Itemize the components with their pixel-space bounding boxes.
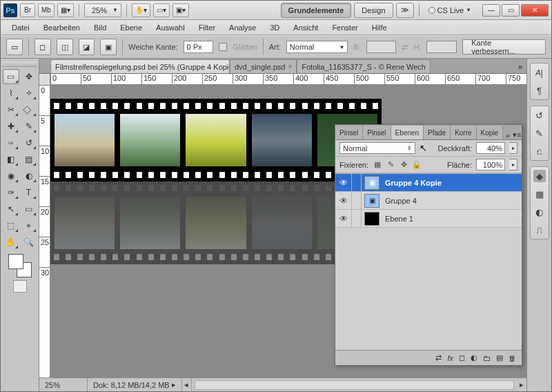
layer-row[interactable]: 👁 ▣ Gruppe 4 <box>335 192 522 210</box>
tool-magicwand[interactable]: ✧ <box>21 86 37 101</box>
ruler-horizontal[interactable]: 0501001502002503003504004505005506006507… <box>39 74 526 85</box>
tool-shape[interactable]: ▭ <box>21 202 37 217</box>
tool-dodge[interactable]: ◐ <box>21 168 37 184</box>
minibridge-button[interactable]: Mb <box>38 3 55 17</box>
minimize-button[interactable]: — <box>482 4 500 17</box>
panel-brushes-icon[interactable]: ✎ <box>533 127 546 139</box>
fill-input[interactable]: 100% <box>476 159 505 170</box>
fx-icon[interactable]: fx <box>447 354 453 362</box>
tool-stamp[interactable]: ⎃ <box>3 135 19 150</box>
menu-datei[interactable]: Datei <box>5 21 37 34</box>
panel-paragraph-icon[interactable]: ¶ <box>533 84 546 97</box>
panel-tab-ebenen[interactable]: Ebenen <box>391 126 424 139</box>
panel-history-icon[interactable]: ↺ <box>533 109 546 121</box>
panel-menu[interactable]: ▾≡ <box>513 130 522 139</box>
layer-row[interactable]: 👁 Ebene 1 <box>335 210 522 228</box>
visibility-toggle[interactable]: 👁 <box>335 174 352 191</box>
cslive-menu[interactable]: CS Live▼ <box>424 6 475 14</box>
view-extras-button[interactable]: ▦▾ <box>57 3 74 17</box>
new-layer-icon[interactable]: ▤ <box>496 353 503 362</box>
arrange-button[interactable]: ▭▾ <box>153 3 170 17</box>
fill-flyout[interactable]: ▸ <box>509 159 518 170</box>
style-select[interactable]: Normal▼ <box>286 41 348 53</box>
tool-gradient[interactable]: ▤ <box>21 152 37 167</box>
link-cell[interactable] <box>352 210 362 227</box>
doc-tab-0[interactable]: Filmstreifenspiegelung.psd bei 25% (Grup… <box>50 59 230 73</box>
sel-intersect[interactable]: ▣ <box>100 39 117 55</box>
tool-move[interactable]: ✥ <box>21 69 37 84</box>
tool-marquee[interactable]: ▭ <box>3 69 19 84</box>
menu-filter[interactable]: Filter <box>192 21 222 34</box>
zoom-select[interactable]: 25%▼ <box>84 3 121 17</box>
panel-tab-korrekturen[interactable]: Korre <box>451 126 476 139</box>
link-layers-icon[interactable]: ⇄ <box>435 353 442 362</box>
panel-tab-kopie[interactable]: Kopie <box>477 126 504 139</box>
workspace-more[interactable]: ≫ <box>396 3 414 18</box>
panel-channels-icon[interactable]: ▦ <box>533 188 546 200</box>
tool-3d[interactable]: ⬚ <box>3 218 19 233</box>
tool-preset[interactable]: ▭ <box>6 39 23 55</box>
lock-transparency-icon[interactable]: ▦ <box>373 160 382 170</box>
screenmode-button[interactable]: ▣▾ <box>172 3 189 17</box>
visibility-toggle[interactable]: 👁 <box>335 192 352 209</box>
ruler-corner[interactable] <box>39 74 50 85</box>
menu-bild[interactable]: Bild <box>87 21 113 34</box>
workspace-design[interactable]: Design <box>354 3 393 18</box>
doc-tab-1[interactable]: dvd_single.psd× <box>230 59 297 73</box>
layer-name[interactable]: Gruppe 4 <box>382 197 522 205</box>
feather-input[interactable]: 0 Px <box>184 41 214 53</box>
scroll-left-button[interactable]: ◂ <box>182 378 192 391</box>
color-swatches[interactable] <box>8 254 32 277</box>
tool-healing[interactable]: ✚ <box>3 119 19 134</box>
tool-path[interactable]: ↖ <box>3 202 19 217</box>
maximize-button[interactable]: ▭ <box>502 4 520 17</box>
lock-position-icon[interactable]: ✥ <box>399 160 408 170</box>
toolbox-grip[interactable] <box>2 61 37 67</box>
refine-edge-button[interactable]: Kante verbessern... <box>462 39 546 55</box>
tool-hand[interactable]: ✋ <box>3 235 19 250</box>
layer-thumb[interactable]: ▣ <box>364 194 379 208</box>
panel-layers-icon[interactable]: ◆ <box>533 170 546 182</box>
tool-crop[interactable]: ✂ <box>3 102 19 117</box>
panel-tab-pinsel2[interactable]: Pinsel <box>363 126 391 139</box>
menu-hilfe[interactable]: Hilfe <box>365 21 394 34</box>
menu-analyse[interactable]: Analyse <box>222 21 263 34</box>
group-icon[interactable]: 🗀 <box>483 354 491 362</box>
tool-eraser[interactable]: ◧ <box>3 152 19 167</box>
tool-lasso[interactable]: ⌇ <box>3 86 19 101</box>
tool-3dcamera[interactable]: ⌖ <box>21 218 37 233</box>
layer-thumb[interactable]: ▣ <box>364 176 379 190</box>
panel-character-icon[interactable]: A| <box>533 66 546 79</box>
status-zoom[interactable]: 25% <box>39 378 88 391</box>
blendmode-select[interactable]: Normal⇕ <box>339 142 415 154</box>
panel-tab-pfade[interactable]: Pfade <box>424 126 451 139</box>
tabs-overflow[interactable]: » <box>514 61 526 73</box>
sel-add[interactable]: ◫ <box>57 39 73 55</box>
menu-fenster[interactable]: Fenster <box>325 21 364 34</box>
visibility-toggle[interactable]: 👁 <box>335 210 352 227</box>
lock-pixels-icon[interactable]: ✎ <box>386 160 395 170</box>
tool-history[interactable]: ↺ <box>21 135 37 150</box>
menu-auswahl[interactable]: Auswahl <box>149 21 192 34</box>
close-button[interactable]: ✕ <box>521 4 549 17</box>
menu-bearbeiten[interactable]: Bearbeiten <box>37 21 87 34</box>
lock-all-icon[interactable]: 🔒 <box>412 160 422 170</box>
tool-eyedropper[interactable]: ⃟ <box>21 102 37 117</box>
mask-icon[interactable]: ◻ <box>459 353 465 362</box>
adjustment-icon[interactable]: ◐ <box>471 353 477 362</box>
sel-new[interactable]: ◻ <box>34 39 51 55</box>
tool-blur[interactable]: ◉ <box>3 168 19 184</box>
tool-brush[interactable]: ✎ <box>21 119 37 134</box>
sel-sub[interactable]: ◪ <box>79 39 95 55</box>
ruler-vertical[interactable]: 051015202530 <box>39 85 50 378</box>
panel-paths-icon[interactable]: ◐ <box>533 206 546 218</box>
scroll-right-button[interactable]: ▸ <box>517 378 526 391</box>
link-cell[interactable] <box>352 192 362 209</box>
layer-name[interactable]: Gruppe 4 Kopie <box>382 179 522 187</box>
doc-tab-2[interactable]: Fotolia_11635377_S - © Rene Wech <box>297 59 431 73</box>
panel-overflow[interactable]: » <box>503 131 512 139</box>
panel-clonesource-icon[interactable]: ⎌ <box>533 145 546 157</box>
bridge-button[interactable]: Br <box>20 3 35 17</box>
tool-zoom[interactable]: 🔍 <box>21 235 37 250</box>
status-docsize[interactable]: Dok: 8,12 MB/14,2 MB ▸ <box>88 378 182 391</box>
